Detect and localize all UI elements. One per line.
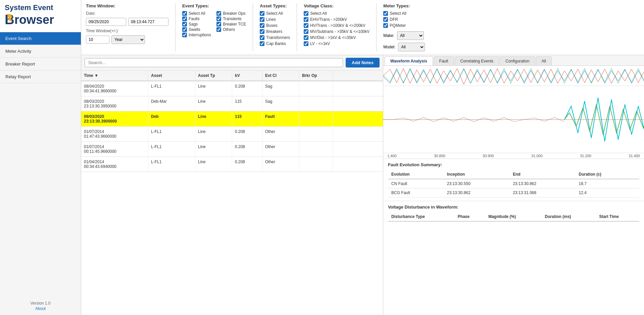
td-scroll-cell [333, 111, 346, 126]
fe-duration: 12.4 [576, 188, 639, 197]
td-asset-tp: Line [195, 142, 232, 156]
fault-evolution-section: Fault Evolution Summary: Evolution Incep… [383, 159, 644, 201]
sidebar: System Event B rowser Event Search Meter… [0, 0, 81, 315]
vc-select-all[interactable]: Select All [304, 11, 369, 16]
table-row[interactable]: 01/04/201400:34:43.6940000 L-FL1 Line 0.… [81, 157, 383, 172]
table-row-selected[interactable]: 08/03/202023:13:30.3900000 Deb Line 115 … [81, 111, 383, 127]
at-select-all[interactable]: Select All [260, 11, 290, 16]
time-window-unit-select[interactable]: Year Month Day Hour Minute [111, 35, 145, 44]
right-panel-scroll[interactable]: 1,400 30.800 30.900 31.000 31.200 31.400… [383, 66, 644, 315]
sidebar-item-relay-report[interactable]: Relay Report [0, 71, 81, 83]
xaxis-label-3: 30.900 [483, 154, 494, 158]
fe-end: 23:13:31.068 [509, 188, 575, 197]
mt-pqmeter[interactable]: PQMeter [383, 23, 425, 28]
model-select[interactable]: All [398, 43, 425, 51]
td-time: 08/03/202023:13:30.3900000 [81, 111, 148, 126]
col-brkr-op[interactable]: Brkr Op [299, 71, 333, 81]
mt-dfr[interactable]: DFR [383, 17, 425, 22]
tab-all[interactable]: All [536, 56, 552, 65]
et-transients[interactable]: Transients [216, 16, 246, 21]
fe-inception: 23:13:30.862 [444, 188, 509, 197]
waveform-mini [383, 66, 644, 86]
at-transformers[interactable]: Transformers [260, 35, 290, 40]
et-select-all[interactable]: Select All [182, 11, 212, 16]
sidebar-item-meter-activity[interactable]: Meter Activity [0, 45, 81, 58]
td-kv: 0.208 [232, 157, 262, 172]
logo-area: System Event B rowser [0, 0, 81, 32]
td-asset-tp: Line [195, 81, 232, 96]
make-select[interactable]: All [397, 31, 424, 40]
tab-fault[interactable]: Fault [434, 56, 454, 65]
td-brkr-op [299, 96, 333, 111]
col-evt-cl[interactable]: Evt Cl [262, 71, 299, 81]
table-row[interactable]: 01/07/201401:47:43.9660000 L-FL1 Line 0.… [81, 127, 383, 142]
vc-lv[interactable]: LV - <=1kV [304, 41, 369, 46]
tab-waveform-analysis[interactable]: Waveform Analysis [385, 56, 433, 65]
asset-types-label: Asset Types: [260, 3, 290, 8]
et-faults[interactable]: Faults [182, 16, 212, 21]
vc-mv-dist[interactable]: MV/Dist - >1kV & <=35kV [304, 35, 369, 40]
table-row[interactable]: 08/03/202023:13:30.3950000 Deb-Mar Line … [81, 96, 383, 111]
vc-hv[interactable]: HV/Trans - >100kV & <=200kV [304, 23, 369, 28]
time-window-num-input[interactable] [86, 36, 109, 44]
mt-select-all[interactable]: Select All [383, 11, 425, 16]
event-types-section: Event Types: Select All Breaker Ops Faul… [182, 3, 246, 51]
col-kv[interactable]: kV [232, 71, 262, 81]
divider-1 [175, 3, 176, 51]
tabs: Waveform Analysis Fault Correlating Even… [383, 55, 644, 66]
about-link[interactable]: About [5, 306, 76, 311]
at-breakers[interactable]: Breakers [260, 29, 290, 34]
col-asset[interactable]: Asset [148, 71, 195, 81]
at-lines[interactable]: Lines [260, 17, 290, 22]
date-input[interactable] [86, 18, 126, 26]
date-label: Date: [86, 11, 168, 16]
et-swells[interactable]: Swells [182, 27, 212, 32]
logo-line1: System Event [5, 3, 76, 12]
sidebar-item-event-search[interactable]: Event Search [0, 32, 81, 45]
search-input[interactable] [85, 58, 343, 67]
td-asset-tp: Line [195, 157, 232, 172]
vc-mv-subtrans[interactable]: MV/Subtrans - >35kV & <=100kV [304, 29, 369, 34]
et-sags[interactable]: Sags [182, 22, 212, 27]
td-time: 08/04/202000:34:41.9660000 [81, 81, 148, 96]
vdcol-phase: Phase [454, 212, 485, 221]
td-asset: L-FL1 [148, 157, 195, 172]
sidebar-item-breaker-report[interactable]: Breaker Report [0, 58, 81, 71]
tab-correlating-events[interactable]: Correlating Events [455, 56, 499, 65]
td-brkr-op [299, 142, 333, 156]
et-breaker-tce[interactable]: Breaker TCE [216, 22, 246, 27]
add-notes-button[interactable]: Add Notes [346, 58, 380, 68]
nav: Event Search Meter Activity Breaker Repo… [0, 32, 81, 83]
col-time[interactable]: Time ▼ [81, 71, 148, 81]
vc-ehv[interactable]: EHV/Trans - >200kV [304, 17, 369, 22]
et-interruptions[interactable]: Interruptions [182, 33, 212, 37]
event-types-label: Event Types: [182, 3, 246, 8]
table-row[interactable]: 01/07/201400:11:45.9660000 L-FL1 Line 0.… [81, 142, 383, 157]
td-evt-cl: Sag [262, 81, 299, 96]
vdcol-start-time: Start Time [596, 212, 639, 221]
td-evt-cl: Sag [262, 96, 299, 111]
tab-configuration[interactable]: Configuration [500, 56, 535, 65]
col-asset-tp[interactable]: Asset Tp [195, 71, 232, 81]
event-table: Time ▼ Asset Asset Tp kV Evt Cl Brkr Op … [81, 71, 383, 315]
search-bar: Add Notes [81, 55, 383, 71]
at-buses[interactable]: Buses [260, 23, 290, 28]
et-others[interactable]: Others [216, 27, 246, 32]
logo-line2: B rowser [5, 12, 76, 27]
table-body: 08/04/202000:34:41.9660000 L-FL1 Line 0.… [81, 81, 383, 315]
td-asset: L-FL1 [148, 81, 195, 96]
logo-b-wrap: B [5, 12, 14, 27]
et-breaker-ops[interactable]: Breaker Ops [216, 11, 246, 16]
fecol-end: End [509, 170, 575, 179]
td-time: 01/07/201400:11:45.9660000 [81, 142, 148, 156]
table-row[interactable]: 08/04/202000:34:41.9660000 L-FL1 Line 0.… [81, 81, 383, 96]
xaxis-label-6: 31.400 [629, 154, 640, 158]
td-evt-cl: Other [262, 142, 299, 156]
asset-types-section: Asset Types: Select All Lines Buses Brea… [260, 3, 290, 51]
td-scroll-cell [333, 96, 346, 111]
td-kv: 0.208 [232, 127, 262, 141]
at-cap-banks[interactable]: Cap Banks [260, 41, 290, 46]
version-label: Version 1.0 [30, 301, 50, 306]
time-input[interactable] [128, 18, 168, 26]
td-kv: 115 [232, 111, 262, 126]
